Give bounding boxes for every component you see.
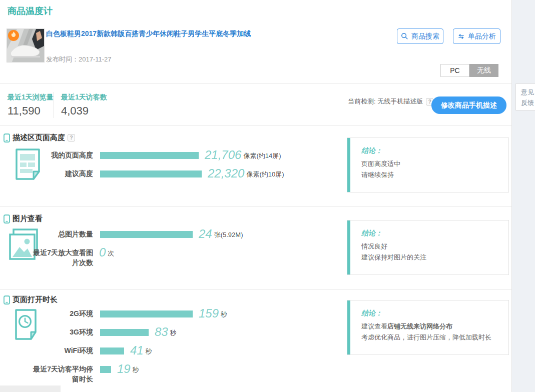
metric-bar [100,329,149,336]
metric-bar [100,170,202,178]
metric-unit: 秒 [146,348,152,355]
pc-wireless-toggle: PC 无线 [440,64,498,77]
conclusion-line: 情况良好 [361,241,500,252]
metric-label: 总图片数量 [29,229,93,239]
current-detection-text: 当前检测: 无线手机描述版 [348,97,423,106]
metric-value: 24 [199,228,212,240]
metric-value: 21,706 [205,149,241,161]
section-header: 页面打开时长 [4,295,58,304]
metric-bar [100,348,124,354]
separator [0,83,511,84]
metric-rows: 我的页面高度 21,706 像素(约14屏) 建议高度 22,320 像素(约1… [0,150,284,187]
metric-row: WiFi环境 41 秒 [0,346,227,356]
metric-unit: 张(5.92M) [214,232,243,238]
metric-unit: 秒 [170,330,177,336]
bottom-edge-block [0,386,61,392]
publish-date: 发布时间：2017-11-27 [46,55,112,64]
stat-divider [54,92,54,118]
conclusion-title: 结论： [361,146,500,156]
metric-row: 最近7天访客平均停留时长 19 秒 [0,364,227,384]
metric-label: 3G环境 [29,327,93,337]
conclusion-accent [347,138,350,192]
current-detection: 当前检测: 无线手机描述版 ? [348,97,433,106]
stat-views: 最近1天浏览量 11,590 [8,93,54,118]
metric-label: 建议高度 [29,168,93,178]
stat-visitors-value: 4,039 [61,104,107,118]
conclusion-line: 请继续保持 [361,170,500,180]
metric-value: 83 [155,326,168,338]
metric-row: 2G环境 159 秒 [0,308,227,320]
metric-row: 最近7天放大查看图片次数 0 次 [0,248,243,268]
metric-value: 19 [117,363,131,375]
metric-row: 我的页面高度 21,706 像素(约14屏) [0,150,284,161]
product-title-link[interactable]: 白色板鞋男2017新款韩版百搭青少年休闲鞋子男学生平底冬季加绒 [46,28,366,38]
metric-label: 最近7天放大查看图片次数 [29,248,93,268]
metric-bar [100,152,199,159]
phone-icon [4,214,10,224]
metric-row: 建议高度 22,320 像素(约10屏) [0,168,284,180]
metric-label: 2G环境 [29,308,93,318]
section-image-view: 图片查看 总图片数量 24 张(5.92M) 最近7天放大查看图片次数 0 次 [0,206,511,289]
metric-unit: 像素(约10屏) [246,171,284,178]
conclusion-line: 考虑优化商品，进行图片压缩，降低加载时长 [361,332,500,343]
conclusion-box: 结论： 页面高度适中 请继续保持 [347,138,509,192]
conclusion-accent [347,220,350,274]
metric-rows: 总图片数量 24 张(5.92M) 最近7天放大查看图片次数 0 次 [0,229,243,275]
metric-row: 总图片数量 24 张(5.92M) [0,229,243,240]
conclusion-title: 结论： [361,309,500,318]
conclusion-line: 建议保持对图片的关注 [361,252,500,263]
stat-visitors: 最近1天访客数 4,039 [61,93,107,118]
conclusion-accent [347,300,350,354]
search-icon [401,32,408,40]
metric-label: WiFi环境 [29,346,93,356]
metric-bar [100,231,193,238]
section-title: 图片查看 [13,214,43,224]
phone-icon [4,296,10,304]
product-search-button[interactable]: 商品搜索 [397,28,443,44]
flame-badge [8,30,19,41]
feedback-line2: 反馈 [521,98,535,108]
stat-views-label: 最近1天浏览量 [8,93,54,102]
feedback-line1: 意见 [521,87,535,98]
swap-arrows-icon [457,34,465,40]
metric-bar [100,366,111,373]
section-header: 图片查看 [4,214,43,224]
product-search-label: 商品搜索 [411,32,439,41]
right-gutter [511,0,535,392]
feedback-tab[interactable]: 意见 反馈 [515,84,535,110]
metric-rows: 2G环境 159 秒 3G环境 83 秒 WiFi环境 41 秒 最近7天访客平… [0,308,227,392]
conclusion-line: 建议查看店铺无线来访网络分布 [361,321,500,332]
conclusion-line: 页面高度适中 [361,158,500,170]
metric-unit: 秒 [221,311,227,318]
metric-row: 3G环境 83 秒 [0,327,227,338]
phone-icon [4,134,10,142]
section-header: 描述区页面高度 ? [4,133,75,142]
product-thumbnail[interactable] [7,28,45,62]
section-page-height: 描述区页面高度 ? 我的页面高度 21,706 像素(约14屏) 建议高度 22… [0,125,511,206]
page-title: 商品温度计 [8,5,53,17]
metric-value: 22,320 [208,168,244,180]
metric-bar [100,310,193,318]
conclusion-box: 结论： 建议查看店铺无线来访网络分布 考虑优化商品，进行图片压缩，降低加载时长 [347,300,509,355]
metric-value: 159 [199,308,219,320]
metric-unit: 秒 [133,366,139,374]
stat-views-value: 11,590 [8,104,54,118]
metric-unit: 像素(约14屏) [243,152,281,160]
section-title: 描述区页面高度 [13,133,65,142]
metric-value: 41 [130,344,144,356]
single-item-analysis-label: 单品分析 [468,32,496,41]
stat-visitors-label: 最近1天访客数 [61,93,107,102]
toggle-pc[interactable]: PC [440,64,469,77]
product-photo [7,29,44,62]
conclusion-title: 结论： [361,229,500,238]
toggle-wireless[interactable]: 无线 [469,64,498,77]
single-item-analysis-button[interactable]: 单品分析 [453,28,500,44]
section-open-duration: 页面打开时长 2G环境 159 秒 3G环境 83 秒 WiFi环境 [0,289,511,392]
metric-label: 我的页面高度 [29,150,93,160]
section-help-icon[interactable]: ? [68,134,75,142]
metric-unit: 次 [108,250,114,257]
modify-mobile-description-button[interactable]: 修改商品手机描述 [431,96,506,114]
conclusion-box: 结论： 情况良好 建议保持对图片的关注 [347,220,509,275]
metric-value: 0 [99,246,106,258]
section-title: 页面打开时长 [13,295,58,304]
